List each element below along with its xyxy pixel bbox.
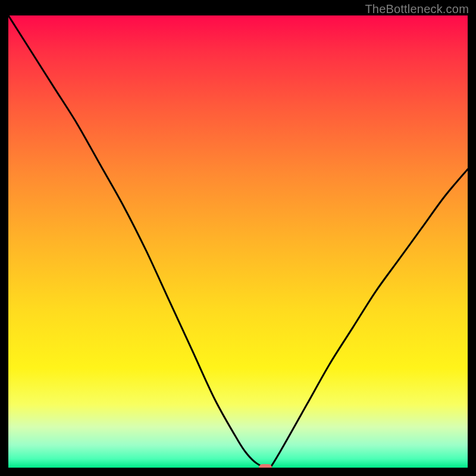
attribution-label: TheBottleneck.com xyxy=(365,2,469,16)
optimal-marker xyxy=(259,464,272,468)
plot-area xyxy=(8,15,468,468)
chart-frame: TheBottleneck.com xyxy=(0,0,476,476)
bottleneck-curve xyxy=(8,15,468,468)
